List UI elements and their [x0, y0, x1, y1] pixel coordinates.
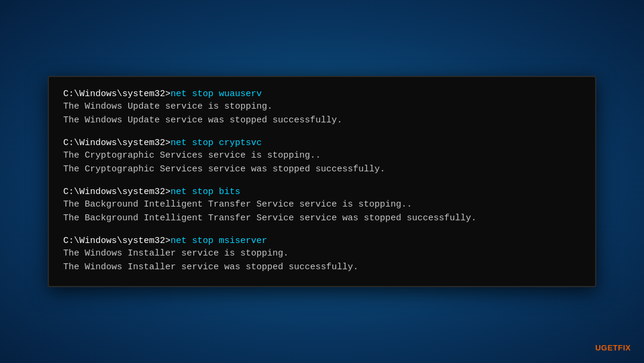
cmd-block-3: C:\Windows\system32>net stop msiserverTh…: [63, 236, 581, 274]
cmd-output-1: The Cryptographic Services service is st…: [63, 149, 581, 176]
cmd-block-0: C:\Windows\system32>net stop wuauservThe…: [63, 89, 581, 127]
cmd-command-1: net stop cryptsvc: [171, 138, 262, 148]
cmd-block-2: C:\Windows\system32>net stop bitsThe Bac…: [63, 187, 581, 225]
cmd-prompt-0: C:\Windows\system32>net stop wuauserv: [63, 89, 581, 99]
cmd-prompt-1: C:\Windows\system32>net stop cryptsvc: [63, 138, 581, 148]
cmd-output-2: The Background Intelligent Transfer Serv…: [63, 198, 581, 225]
cmd-block-1: C:\Windows\system32>net stop cryptsvcThe…: [63, 138, 581, 176]
cmd-prompt-3: C:\Windows\system32>net stop msiserver: [63, 236, 581, 246]
cmd-command-0: net stop wuauserv: [171, 89, 262, 99]
terminal-window: C:\Windows\system32>net stop wuauservThe…: [48, 76, 596, 287]
cmd-output-0: The Windows Update service is stopping. …: [63, 100, 581, 127]
cmd-prompt-2: C:\Windows\system32>net stop bits: [63, 187, 581, 197]
watermark: UGETFIX: [595, 343, 631, 352]
cmd-command-2: net stop bits: [171, 187, 240, 197]
cmd-output-3: The Windows Installer service is stoppin…: [63, 247, 581, 274]
cmd-command-3: net stop msiserver: [171, 236, 267, 246]
